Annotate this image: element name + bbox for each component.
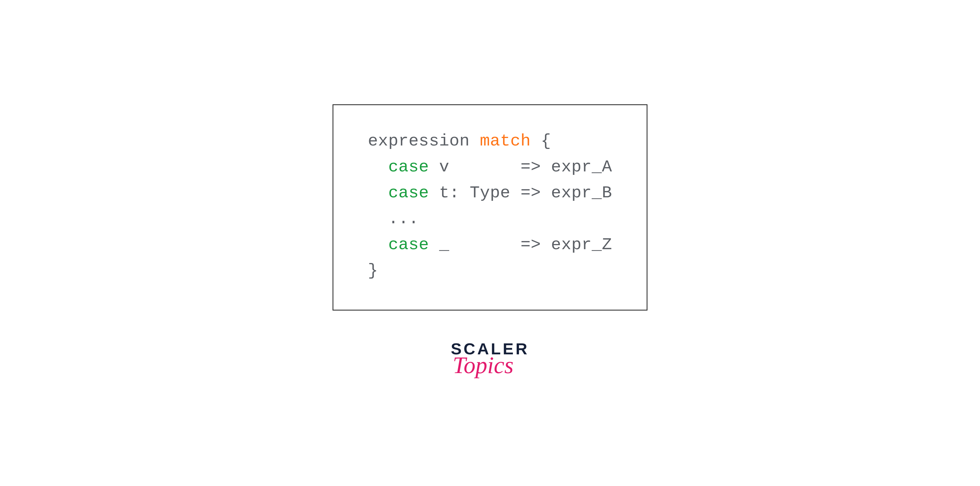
code-indent: [368, 157, 388, 176]
scaler-topics-logo: SCALER Topics: [450, 339, 530, 382]
code-text-brace: {: [531, 132, 551, 150]
code-text-rest: v => expr_A: [429, 157, 612, 176]
logo-topics-svg-text: Topics: [453, 353, 514, 378]
logo-topics-text: Topics: [450, 353, 530, 382]
keyword-case: case: [388, 235, 429, 254]
keyword-case: case: [388, 184, 429, 202]
code-indent: [368, 210, 388, 228]
code-text-rest: _ => expr_Z: [429, 235, 612, 254]
code-text-expr: expression: [368, 132, 480, 150]
keyword-case: case: [388, 157, 429, 176]
code-content: expression match { case v => expr_A case…: [368, 128, 612, 283]
keyword-match: match: [480, 132, 531, 150]
code-indent: [368, 184, 388, 202]
code-text-rest: t: Type => expr_B: [429, 184, 612, 202]
code-indent: [368, 235, 388, 254]
code-box: expression match { case v => expr_A case…: [332, 104, 648, 310]
code-text-brace-close: }: [368, 261, 378, 280]
code-text-dots: ...: [388, 210, 419, 228]
